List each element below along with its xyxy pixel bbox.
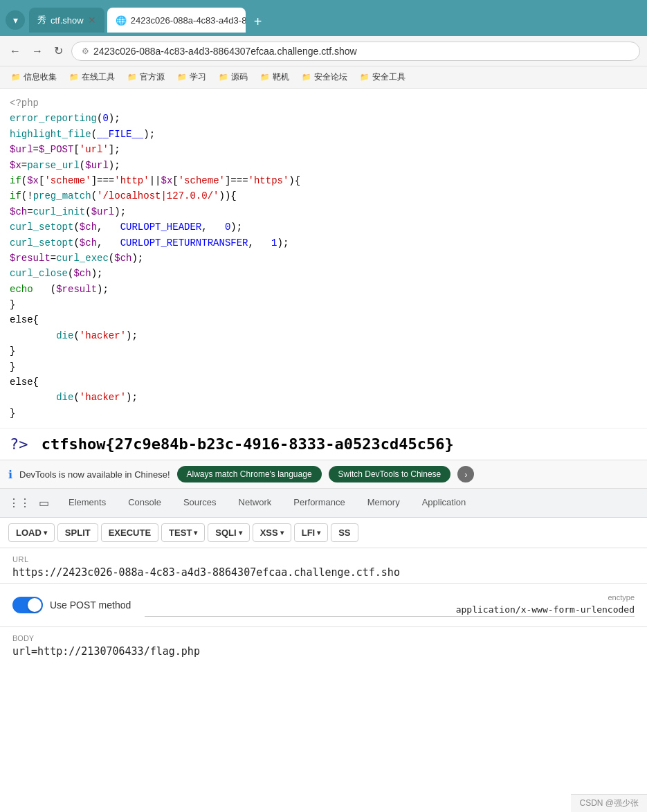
code-line-2: highlight_file(__FILE__); <box>10 127 637 142</box>
sqli-btn[interactable]: SQLI ▾ <box>208 523 249 542</box>
new-tab-btn[interactable]: + <box>248 11 268 33</box>
load-btn[interactable]: LOAD ▾ <box>8 523 55 542</box>
folder-icon2: 📁 <box>69 73 79 82</box>
test-label: TEST <box>169 527 192 538</box>
refresh-btn[interactable]: ↻ <box>51 42 66 60</box>
tab-label: ctf.show <box>51 15 84 26</box>
tab-console[interactable]: Console <box>117 489 172 518</box>
code-line-7: $ch=curl_init($url); <box>10 204 637 219</box>
bookmark-info-collect[interactable]: 📁 信息收集 <box>6 70 62 84</box>
notify-more-btn[interactable]: › <box>457 466 474 482</box>
code-line-4: $x=parse_url($url); <box>10 158 637 173</box>
bookmark-learn[interactable]: 📁 学习 <box>172 70 212 84</box>
switch-chinese-btn[interactable]: Switch DevTools to Chinese <box>329 466 451 482</box>
code-line-11: curl_close($ch); <box>10 266 637 281</box>
bookmark-online-tools[interactable]: 📁 在线工具 <box>64 70 120 84</box>
code-line-phptag: <?php <box>10 96 637 111</box>
tab-label2: 2423c026-088a-4c83-a4d3-8… <box>131 15 246 26</box>
sqli-dropdown-arrow: ▾ <box>239 529 242 536</box>
xss-label: XSS <box>260 527 278 538</box>
tab-network[interactable]: Network <box>228 489 283 518</box>
tab-elements[interactable]: Elements <box>57 489 117 518</box>
body-value[interactable]: url=http://2130706433/flag.php <box>12 645 635 658</box>
enctype-value[interactable]: application/x-www-form-urlencoded <box>145 604 635 617</box>
code-line-3: $url=$_POST['url']; <box>10 142 637 157</box>
code-line-18: else{ <box>10 375 637 390</box>
url-section: URL https://2423c026-088a-4c83-a4d3-8864… <box>0 548 647 583</box>
code-line-13: } <box>10 297 637 312</box>
bookmark-source[interactable]: 📁 源码 <box>213 70 253 84</box>
code-line-14: else{ <box>10 312 637 327</box>
sqli-label: SQLI <box>215 527 236 538</box>
folder-icon3: 📁 <box>127 73 137 82</box>
back-btn[interactable]: ← <box>7 42 24 60</box>
footer-text: CSDN @强少张 <box>579 798 639 808</box>
toggle-thumb <box>28 598 42 612</box>
body-label: Body <box>12 634 635 642</box>
bookmark-label3: 官方源 <box>140 71 165 83</box>
tab-close-btn[interactable]: ✕ <box>88 15 96 26</box>
tab-challenge[interactable]: 🌐 2423c026-088a-4c83-a4d3-8… ✕ <box>107 8 246 33</box>
code-line-16: } <box>10 343 637 359</box>
tab-performance[interactable]: Performance <box>282 489 356 518</box>
flag-value: ctfshow{27c9e84b-b23c-4916-8333-a0523cd4… <box>42 435 454 453</box>
execute-btn[interactable]: EXECUTE <box>101 523 158 542</box>
url-display: 2423c026-088a-4c83-a4d3-8864307efcaa.cha… <box>93 46 357 57</box>
tab-memory[interactable]: Memory <box>356 489 411 518</box>
url-input-box[interactable]: ⚙ 2423c026-088a-4c83-a4d3-8864307efcaa.c… <box>71 42 640 61</box>
php-close-tag: ?> <box>10 435 28 453</box>
url-field-label: URL <box>12 555 635 563</box>
tab-favicon2: 🌐 <box>116 15 127 26</box>
execute-label: EXECUTE <box>109 527 151 538</box>
code-line-12: echo ($result); <box>10 282 637 297</box>
bookmark-official[interactable]: 📁 官方源 <box>122 70 170 84</box>
folder-icon4: 📁 <box>177 73 187 82</box>
bookmark-label8: 安全工具 <box>372 71 405 83</box>
bookmarks-bar: 📁 信息收集 📁 在线工具 📁 官方源 📁 学习 📁 源码 📁 靶机 📁 安全论… <box>0 66 647 89</box>
xss-btn[interactable]: XSS ▾ <box>253 523 291 542</box>
bookmark-label7: 安全论坛 <box>314 71 347 83</box>
tab-dropdown-btn[interactable]: ▾ <box>6 10 25 30</box>
code-line-19: die('hacker'); <box>10 390 637 405</box>
lfi-btn[interactable]: LFI ▾ <box>294 523 329 542</box>
load-dropdown-arrow: ▾ <box>44 529 47 536</box>
code-line-9: curl_setopt($ch, CURLOPT_RETURNTRANSFER,… <box>10 235 637 251</box>
xss-dropdown-arrow: ▾ <box>280 529 284 536</box>
code-line-15: die('hacker'); <box>10 328 637 343</box>
bookmark-label5: 源码 <box>231 71 248 83</box>
enctype-section: enctype application/x-www-form-urlencode… <box>145 593 635 617</box>
bookmark-label: 信息收集 <box>24 71 57 83</box>
tab-application[interactable]: Application <box>411 489 477 518</box>
bookmark-target[interactable]: 📁 靶机 <box>255 70 295 84</box>
devtools-notify-bar: ℹ DevTools is now available in Chinese! … <box>0 460 647 489</box>
folder-icon: 📁 <box>11 73 21 82</box>
load-label: LOAD <box>16 527 42 538</box>
match-language-btn[interactable]: Always match Chrome's language <box>177 466 322 482</box>
folder-icon8: 📁 <box>360 73 370 82</box>
address-bar: ← → ↻ ⚙ 2423c026-088a-4c83-a4d3-8864307e… <box>0 36 647 66</box>
forward-btn[interactable]: → <box>29 42 46 60</box>
lfi-label: LFI <box>302 527 316 538</box>
tab-ctfshow[interactable]: 秀 ctf.show ✕ <box>29 8 104 33</box>
body-section: Body url=http://2130706433/flag.php <box>0 627 647 665</box>
test-dropdown-arrow: ▾ <box>194 529 197 536</box>
bookmark-security-forum[interactable]: 📁 安全论坛 <box>296 70 353 84</box>
devtools-icon-group: ⋮⋮ ▭ <box>6 494 52 512</box>
code-line-5: if($x['scheme']==='http'||$x['scheme']==… <box>10 173 637 188</box>
devtools-inspect-btn[interactable]: ⋮⋮ <box>6 494 33 512</box>
devtools-tab-bar: ⋮⋮ ▭ Elements Console Sources Network Pe… <box>0 489 647 518</box>
code-line-10: $result=curl_exec($ch); <box>10 251 637 266</box>
test-btn[interactable]: TEST ▾ <box>161 523 205 542</box>
flag-output: ?> ctfshow{27c9e84b-b23c-4916-8333-a0523… <box>0 428 647 460</box>
devtools-device-btn[interactable]: ▭ <box>36 494 52 512</box>
browser-chrome: ▾ 秀 ctf.show ✕ 🌐 2423c026-088a-4c83-a4d3… <box>0 0 647 36</box>
code-line-17: } <box>10 359 637 375</box>
ss-btn[interactable]: SS <box>331 523 358 542</box>
post-toggle[interactable] <box>12 597 43 613</box>
url-field-value[interactable]: https://2423c026-088a-4c83-a4d3-8864307e… <box>12 566 635 579</box>
split-btn[interactable]: SPLIT <box>57 523 98 542</box>
bookmark-security-tools[interactable]: 📁 安全工具 <box>354 70 411 84</box>
code-display: <?php error_reporting(0); highlight_file… <box>0 89 647 428</box>
tab-sources[interactable]: Sources <box>172 489 228 518</box>
bookmark-label6: 靶机 <box>273 71 289 83</box>
